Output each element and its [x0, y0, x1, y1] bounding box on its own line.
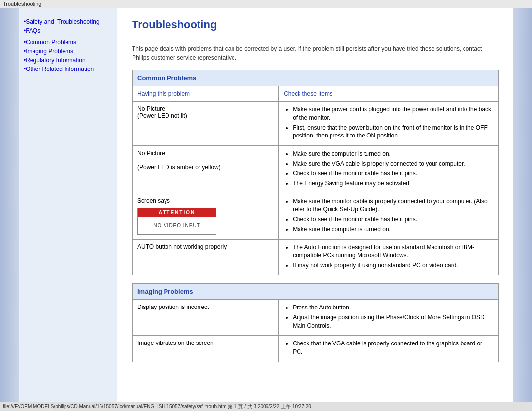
attention-box: ATTENTIONNO VIDEO INPUT [137, 208, 216, 235]
table-row: No Picture (Power LED not lit)Make sure … [133, 102, 499, 146]
col-header-check: Check these items [279, 86, 499, 102]
section-table-1: Imaging ProblemsDisplay position is inco… [132, 283, 499, 362]
sidebar-link-faqs[interactable]: •FAQs [24, 27, 112, 34]
problem-cell-1-1: Image vibrates on the screen [133, 336, 279, 362]
problem-cell-1-0: Display position is incorrect [133, 299, 279, 335]
attention-body: NO VIDEO INPUT [138, 217, 216, 234]
col-header-problem: Having this problem [133, 86, 279, 102]
problem-cell-0-2: Screen saysATTENTIONNO VIDEO INPUT [133, 193, 279, 239]
check-cell-0-0: Make sure the power cord is plugged into… [279, 102, 499, 146]
problem-cell-0-3: AUTO button not working properly [133, 239, 279, 275]
check-cell-0-1: Make sure the computer is turned on.Make… [279, 146, 499, 193]
check-list-item: The Auto Function is designed for use on… [293, 243, 493, 260]
problem-cell-0-1: No Picture (Power LED is amber or yellow… [133, 146, 279, 193]
sidebar-link-imaging-problems[interactable]: •Imaging Problems [24, 48, 112, 55]
check-list-item: First, ensure that the power button on t… [293, 124, 493, 140]
main-area: •Safety and Troubleshooting•FAQs•Common … [19, 8, 513, 411]
page-title: Troubleshooting [132, 18, 499, 31]
intro-text: This page deals with problems that can b… [132, 44, 499, 62]
check-list-item: Make sure the computer is turned on. [293, 225, 493, 234]
section-header-1: Imaging Problems [133, 283, 499, 299]
check-cell-0-3: The Auto Function is designed for use on… [279, 239, 499, 275]
sidebar-link-common-problems[interactable]: •Common Problems [24, 39, 112, 46]
content-area: Troubleshooting This page deals with pro… [117, 8, 513, 411]
status-bar-text: file:///F:/OEM MODELS/philips/CD Manual/… [3, 404, 311, 409]
check-list-item: Check that the VGA cable is properly con… [293, 340, 493, 356]
sidebar-link-other-related[interactable]: •Other Related Information [24, 66, 112, 72]
section-table-0: Common ProblemsHaving this problemCheck … [132, 70, 499, 275]
table-row: AUTO button not working properlyThe Auto… [133, 239, 499, 275]
check-list-item: It may not work properly if using nonsta… [293, 261, 493, 270]
title-divider [132, 37, 499, 37]
check-list-item: Make sure the monitor cable is properly … [293, 197, 493, 214]
sidebar-link-safety-troubleshooting[interactable]: •Safety and Troubleshooting [24, 18, 112, 25]
check-cell-1-0: Press the Auto button.Adjust the image p… [279, 299, 499, 335]
table-row: Screen saysATTENTIONNO VIDEO INPUTMake s… [133, 193, 499, 239]
check-list-item: The Energy Saving feature may be activat… [293, 179, 493, 188]
status-bar: file:///F:/OEM MODELS/philips/CD Manual/… [0, 402, 532, 411]
attention-header: ATTENTION [138, 208, 216, 217]
table-row: No Picture (Power LED is amber or yellow… [133, 146, 499, 193]
check-cell-1-1: Check that the VGA cable is properly con… [279, 336, 499, 362]
table-row: Image vibrates on the screenCheck that t… [133, 336, 499, 362]
check-list-item: Check to see if the monitor cable has be… [293, 215, 493, 224]
left-decorative-panel [0, 8, 19, 411]
right-decorative-panel [513, 8, 532, 411]
table-row: Display position is incorrectPress the A… [133, 299, 499, 335]
title-bar-text: Troubleshooting [3, 1, 41, 7]
section-header-0: Common Problems [133, 70, 499, 86]
title-bar: Troubleshooting [0, 0, 532, 8]
check-list-item: Make sure the power cord is plugged into… [293, 105, 493, 122]
check-cell-0-2: Make sure the monitor cable is properly … [279, 193, 499, 239]
check-list-item: Press the Auto button. [293, 304, 493, 312]
check-list-item: Make sure the VGA cable is properly conn… [293, 160, 493, 168]
problem-cell-0-0: No Picture (Power LED not lit) [133, 102, 279, 146]
check-list-item: Adjust the image position using the Phas… [293, 313, 493, 330]
check-list-item: Check to see if the monitor cable has be… [293, 170, 493, 178]
sidebar-link-regulatory-info[interactable]: •Regulatory Information [24, 57, 112, 64]
check-list-item: Make sure the computer is turned on. [293, 150, 493, 158]
sidebar: •Safety and Troubleshooting•FAQs•Common … [19, 8, 117, 411]
